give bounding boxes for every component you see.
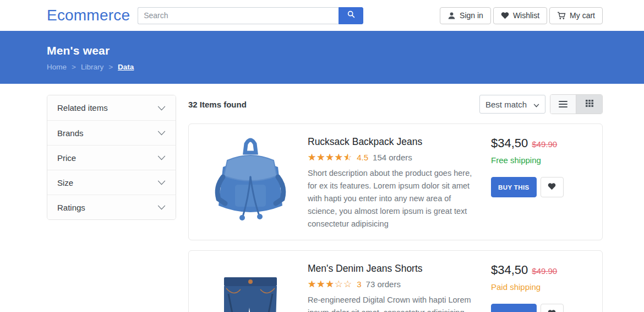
shipping-badge: Paid shipping	[491, 282, 592, 292]
price-current: $34,50	[491, 263, 528, 277]
sort-select[interactable]: Best match	[479, 95, 545, 114]
logo[interactable]: Ecommerce	[47, 7, 130, 24]
rating-value: 3	[357, 279, 361, 289]
my-cart-label: My cart	[570, 11, 595, 20]
list-view-button[interactable]	[550, 95, 576, 114]
view-toggle-group	[550, 94, 603, 114]
search-input[interactable]	[138, 7, 339, 24]
wishlist-label: Wishlist	[513, 11, 539, 20]
filter-section-price[interactable]: Price	[47, 145, 176, 170]
search-bar	[138, 7, 363, 24]
filter-section-size[interactable]: Size	[47, 170, 176, 195]
shipping-badge: Free shipping	[491, 155, 592, 165]
chevron-down-icon	[157, 202, 166, 212]
product-photo	[203, 133, 299, 231]
header: Ecommerce Sign in Wishlist My cart	[0, 0, 644, 31]
favorite-button[interactable]	[541, 304, 564, 312]
star-rating: ☆☆☆☆☆★★★★★	[308, 279, 352, 289]
star-rating: ☆☆☆☆☆★★★★★	[308, 153, 352, 162]
product-description: Re-engineered Digital Crown with hapti L…	[308, 294, 479, 312]
breadcrumb: Home > Library > Data	[47, 63, 644, 71]
grid-view-button[interactable]	[576, 95, 602, 114]
content: Related items Brands Price Size Ratings …	[0, 84, 644, 312]
chevron-down-icon	[157, 153, 166, 163]
sign-in-label: Sign in	[460, 11, 483, 20]
product-card[interactable]: Men's Denim Jeans Shorts ☆☆☆☆☆★★★★★ 3 73…	[188, 250, 603, 312]
orders-count: 154 orders	[373, 153, 412, 162]
price-row: $34,50 $49.90	[491, 263, 592, 277]
buy-this-button[interactable]: BUY THIS	[491, 177, 537, 197]
grid-icon	[586, 99, 593, 109]
chevron-down-icon	[157, 103, 166, 113]
chevron-down-icon	[157, 177, 166, 187]
product-list: Rucksack Backpack Jeans ☆☆☆☆☆★★★★★ 4.5 1…	[188, 123, 603, 312]
breadcrumb-separator: >	[72, 63, 76, 71]
filter-section-label: Size	[57, 178, 73, 187]
page-title: Men's wear	[47, 44, 644, 57]
filter-section-label: Brands	[57, 128, 84, 138]
filter-section-brands[interactable]: Brands	[47, 120, 176, 145]
user-icon	[447, 12, 456, 20]
search-button[interactable]	[339, 7, 363, 24]
product-rating-row: ☆☆☆☆☆★★★★★ 3 73 orders	[308, 279, 479, 289]
items-found-label: 32 Items found	[188, 100, 247, 109]
buy-this-button[interactable]: BUY THIS	[491, 304, 537, 312]
filter-section-label: Related items	[57, 103, 108, 112]
filter-accordion: Related items Brands Price Size Ratings	[47, 95, 176, 220]
product-purchase-panel: $34,50 $49.90 Paid shipping BUY THIS	[487, 260, 592, 312]
product-image[interactable]	[199, 133, 302, 231]
breadcrumb-home[interactable]: Home	[47, 63, 67, 71]
product-rating-row: ☆☆☆☆☆★★★★★ 4.5 154 orders	[308, 153, 479, 162]
rating-value: 4.5	[357, 153, 368, 162]
orders-count: 73 orders	[366, 279, 401, 289]
toolbar-controls: Best match	[479, 94, 603, 114]
price-old: $49.90	[532, 266, 557, 276]
filters-sidebar: Related items Brands Price Size Ratings	[47, 95, 176, 312]
buy-row: BUY THIS	[491, 304, 592, 312]
product-card[interactable]: Rucksack Backpack Jeans ☆☆☆☆☆★★★★★ 4.5 1…	[188, 123, 603, 240]
price-row: $34,50 $49.90	[491, 136, 592, 150]
product-details: Rucksack Backpack Jeans ☆☆☆☆☆★★★★★ 4.5 1…	[302, 133, 487, 231]
header-actions: Sign in Wishlist My cart	[440, 7, 603, 24]
product-description: Short description about the product goes…	[308, 167, 479, 230]
sign-in-button[interactable]: Sign in	[440, 7, 491, 24]
chevron-down-icon	[157, 128, 166, 138]
heart-icon	[501, 12, 509, 19]
filter-section-label: Price	[57, 153, 76, 163]
chevron-down-icon	[533, 100, 539, 109]
filter-section-ratings[interactable]: Ratings	[47, 195, 176, 219]
cart-icon	[557, 12, 566, 20]
breadcrumb-library[interactable]: Library	[81, 63, 103, 71]
product-photo	[203, 260, 299, 312]
product-purchase-panel: $34,50 $49.90 Free shipping BUY THIS	[487, 133, 592, 231]
wishlist-button[interactable]: Wishlist	[493, 7, 547, 24]
favorite-button[interactable]	[541, 177, 564, 197]
product-title[interactable]: Rucksack Backpack Jeans	[308, 136, 479, 148]
results-toolbar: 32 Items found Best match	[188, 95, 603, 114]
product-title[interactable]: Men's Denim Jeans Shorts	[308, 263, 479, 275]
filter-section-label: Ratings	[57, 203, 85, 212]
product-image[interactable]	[199, 260, 302, 312]
product-details: Men's Denim Jeans Shorts ☆☆☆☆☆★★★★★ 3 73…	[302, 260, 487, 312]
price-current: $34,50	[491, 136, 528, 150]
my-cart-button[interactable]: My cart	[549, 7, 603, 24]
results-main: 32 Items found Best match	[188, 95, 603, 312]
hero-banner: Men's wear Home > Library > Data	[0, 31, 644, 84]
sort-select-value: Best match	[485, 100, 527, 109]
price-old: $49.90	[532, 139, 557, 149]
breadcrumb-separator: >	[108, 63, 113, 71]
heart-icon	[548, 182, 556, 192]
filter-section-related-items[interactable]: Related items	[47, 95, 176, 120]
list-icon	[559, 101, 567, 107]
buy-row: BUY THIS	[491, 177, 592, 197]
search-icon	[347, 10, 355, 20]
breadcrumb-current[interactable]: Data	[118, 63, 134, 71]
heart-icon	[548, 309, 556, 312]
